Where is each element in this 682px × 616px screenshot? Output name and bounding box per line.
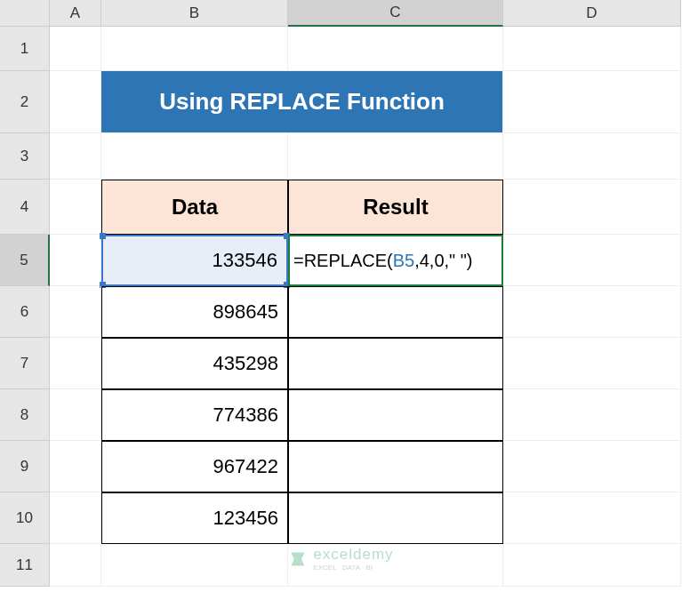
cell-a8[interactable] xyxy=(50,389,101,441)
cell-d10[interactable] xyxy=(503,492,681,544)
cell-d2[interactable] xyxy=(503,71,681,133)
row-header-6[interactable]: 6 xyxy=(0,286,50,338)
row-header-7[interactable]: 7 xyxy=(0,338,50,389)
cell-d7[interactable] xyxy=(503,338,681,389)
cell-a10[interactable] xyxy=(50,492,101,544)
row-header-9[interactable]: 9 xyxy=(0,441,50,492)
cell-a6[interactable] xyxy=(50,286,101,338)
watermark-name: exceldemy xyxy=(313,546,393,563)
formula-text[interactable]: =REPLACE(B5,4,0," ") xyxy=(293,251,473,271)
cell-a5[interactable] xyxy=(50,235,101,286)
data-cell-b5[interactable]: 133546 xyxy=(101,235,288,286)
row-headers: 1234567891011 xyxy=(0,27,50,587)
logo-icon xyxy=(288,550,306,568)
column-headers: ABCD xyxy=(50,0,681,27)
cell-c3[interactable] xyxy=(288,133,503,180)
data-cell-b8[interactable]: 774386 xyxy=(101,389,288,441)
data-cell-b7[interactable]: 435298 xyxy=(101,338,288,389)
result-cell-c6[interactable] xyxy=(288,286,503,338)
row-header-3[interactable]: 3 xyxy=(0,133,50,180)
row-header-10[interactable]: 10 xyxy=(0,492,50,544)
row-header-4[interactable]: 4 xyxy=(0,180,50,235)
cell-d5[interactable] xyxy=(503,235,681,286)
watermark: exceldemy EXCEL · DATA · BI xyxy=(288,546,393,572)
cell-a3[interactable] xyxy=(50,133,101,180)
cell-d3[interactable] xyxy=(503,133,681,180)
cell-b1[interactable] xyxy=(101,27,288,71)
cell-d6[interactable] xyxy=(503,286,681,338)
cell-d1[interactable] xyxy=(503,27,681,71)
row-header-11[interactable]: 11 xyxy=(0,544,50,587)
selection-handle[interactable] xyxy=(100,233,106,239)
cell-a11[interactable] xyxy=(50,544,101,587)
cell-d4[interactable] xyxy=(503,180,681,235)
result-cell-c8[interactable] xyxy=(288,389,503,441)
cell-a1[interactable] xyxy=(50,27,101,71)
cell-b11[interactable] xyxy=(101,544,288,587)
data-cell-b10[interactable]: 123456 xyxy=(101,492,288,544)
header-result[interactable]: Result xyxy=(288,180,503,235)
title-banner[interactable]: Using REPLACE Function xyxy=(101,71,503,133)
column-header-a[interactable]: A xyxy=(50,0,101,27)
cell-a9[interactable] xyxy=(50,441,101,492)
cell-d9[interactable] xyxy=(503,441,681,492)
row-header-2[interactable]: 2 xyxy=(0,71,50,133)
column-header-c[interactable]: C xyxy=(288,0,503,27)
row-header-5[interactable]: 5 xyxy=(0,235,50,286)
watermark-tag: EXCEL · DATA · BI xyxy=(313,564,393,572)
result-cell-c9[interactable] xyxy=(288,441,503,492)
header-data[interactable]: Data xyxy=(101,180,288,235)
select-all-corner[interactable] xyxy=(0,0,50,27)
cell-c1[interactable] xyxy=(288,27,503,71)
cell-a4[interactable] xyxy=(50,180,101,235)
cell-a7[interactable] xyxy=(50,338,101,389)
cell-a2[interactable] xyxy=(50,71,101,133)
row-header-8[interactable]: 8 xyxy=(0,389,50,441)
formula-editing-cell[interactable]: =REPLACE(B5,4,0," ") xyxy=(288,235,503,286)
cell-d11[interactable] xyxy=(503,544,681,587)
data-cell-b6[interactable]: 898645 xyxy=(101,286,288,338)
data-cell-b9[interactable]: 967422 xyxy=(101,441,288,492)
row-header-1[interactable]: 1 xyxy=(0,27,50,71)
cell-d8[interactable] xyxy=(503,389,681,441)
column-header-b[interactable]: B xyxy=(101,0,288,27)
column-header-d[interactable]: D xyxy=(503,0,681,27)
result-cell-c10[interactable] xyxy=(288,492,503,544)
cell-b3[interactable] xyxy=(101,133,288,180)
grid: Using REPLACE FunctionDataResult133546=R… xyxy=(50,27,681,587)
result-cell-c7[interactable] xyxy=(288,338,503,389)
